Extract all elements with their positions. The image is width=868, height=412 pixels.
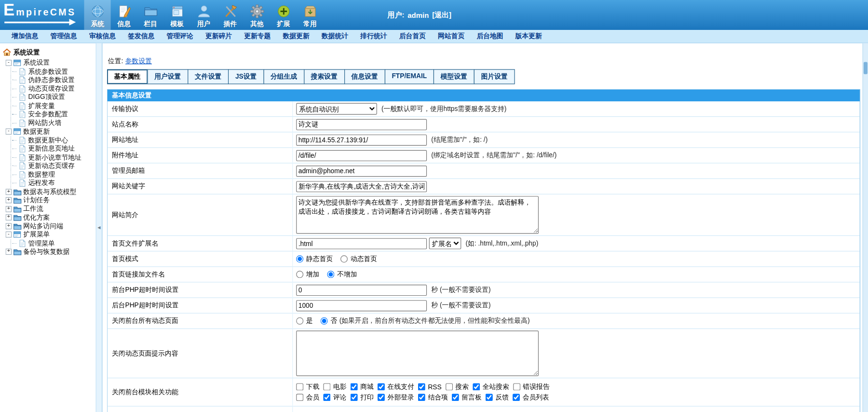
tree-leaf[interactable]: 更新信息页地址: [12, 145, 95, 153]
subnav-admin-map[interactable]: 后台地图: [471, 31, 509, 41]
tree-leaf[interactable]: 动态页缓存设置: [12, 84, 95, 93]
tree-node-tables-models[interactable]: +数据表与系统模型: [5, 188, 95, 196]
back-php-timeout-input[interactable]: [296, 300, 427, 311]
radio-option[interactable]: 是: [296, 316, 312, 326]
close-dynamic-tip-textarea[interactable]: [296, 330, 539, 376]
close-modules-checkbox[interactable]: [351, 383, 358, 390]
top-menu-plugin[interactable]: 插件: [217, 0, 244, 30]
tree-leaf[interactable]: 系统参数设置: [12, 67, 95, 76]
close-modules-checkbox[interactable]: [418, 394, 425, 401]
checkbox-option[interactable]: 打印: [351, 393, 374, 402]
sidebar-splitter[interactable]: ◄: [96, 43, 103, 412]
expand-node-icon[interactable]: +: [5, 249, 12, 255]
tab-info-settings[interactable]: 信息设置: [344, 69, 385, 84]
collapse-node-icon[interactable]: -: [5, 129, 12, 135]
site-url-input[interactable]: [296, 134, 427, 145]
checkbox-option[interactable]: 结合项: [418, 393, 448, 402]
tree-leaf[interactable]: DIGG顶设置: [12, 93, 95, 102]
subnav-manage-comments[interactable]: 管理评论: [161, 31, 199, 41]
close-modules-checkbox[interactable]: [323, 394, 330, 401]
expand-node-icon[interactable]: +: [5, 206, 12, 212]
close-modules-checkbox[interactable]: [446, 383, 453, 390]
subnav-update-topics[interactable]: 更新专题: [238, 31, 277, 41]
tab-model-settings[interactable]: 模型设置: [434, 69, 475, 84]
expand-node-icon[interactable]: +: [5, 223, 12, 229]
checkbox-option[interactable]: 留言板: [452, 393, 482, 402]
close-modules-checkbox[interactable]: [513, 394, 520, 401]
logout-link[interactable]: [退出]: [432, 10, 451, 20]
tree-leaf[interactable]: 伪静态参数设置: [12, 76, 95, 84]
attachment-url-input[interactable]: [296, 150, 427, 161]
tab-ftp-email[interactable]: FTP/EMAIL: [385, 69, 434, 84]
close-modules-checkbox[interactable]: [323, 383, 330, 390]
subnav-sign-info[interactable]: 签发信息: [122, 31, 161, 41]
close-modules-checkbox[interactable]: [513, 383, 520, 390]
top-menu-system[interactable]: 系统: [84, 0, 110, 30]
top-menu-template[interactable]: 模板: [164, 0, 190, 30]
subnav-data-stats[interactable]: 数据统计: [315, 31, 354, 41]
index-ext-select[interactable]: 扩展名: [429, 237, 461, 249]
close-dynamic-pages-radio[interactable]: [321, 317, 328, 325]
expand-node-icon[interactable]: +: [5, 197, 12, 204]
checkbox-option[interactable]: 电影: [323, 382, 346, 392]
content-scrollbar[interactable]: [863, 43, 868, 412]
tree-leaf[interactable]: 更新动态页缓存: [12, 162, 95, 170]
radio-option[interactable]: 不增加: [327, 270, 357, 279]
collapse-node-icon[interactable]: -: [5, 232, 12, 238]
tree-leaf[interactable]: 安全参数配置: [12, 110, 95, 119]
tree-leaf[interactable]: 扩展变量: [12, 102, 95, 110]
top-menu-user[interactable]: 用户: [190, 0, 217, 30]
tree-leaf[interactable]: 网站防火墙: [12, 119, 95, 127]
collapse-arrow-icon[interactable]: ◄: [96, 225, 101, 230]
expand-node-icon[interactable]: +: [5, 189, 12, 195]
tree-node-multi-access[interactable]: +网站多访问端: [5, 222, 95, 231]
subnav-version-update[interactable]: 版本更新: [509, 31, 548, 41]
checkbox-option[interactable]: 在线支付: [378, 382, 414, 392]
radio-option[interactable]: 增加: [296, 270, 319, 279]
subnav-review-info[interactable]: 审核信息: [83, 31, 122, 41]
checkbox-option[interactable]: 下载: [296, 382, 319, 392]
checkbox-option[interactable]: 会员: [296, 393, 319, 402]
breadcrumb-link[interactable]: 参数设置: [125, 57, 152, 65]
tree-node-workflow[interactable]: +工作流: [5, 205, 95, 213]
checkbox-option[interactable]: 评论: [323, 393, 346, 402]
tab-group-build[interactable]: 分组生成: [263, 69, 304, 84]
close-modules-checkbox[interactable]: [378, 394, 385, 401]
tab-js-settings[interactable]: JS设置: [228, 69, 264, 84]
tab-file-settings[interactable]: 文件设置: [188, 69, 229, 84]
subnav-site-home[interactable]: 网站首页: [432, 31, 470, 41]
radio-option[interactable]: 否: [321, 316, 337, 326]
protocol-select[interactable]: 系统自动识别: [296, 103, 377, 115]
tab-user-settings[interactable]: 用户设置: [147, 69, 188, 84]
close-modules-checkbox[interactable]: [296, 383, 303, 390]
close-modules-checkbox[interactable]: [418, 383, 425, 390]
subnav-manage-info[interactable]: 管理信息: [44, 31, 83, 41]
tree-leaf[interactable]: 远程发布: [12, 179, 95, 188]
index-mode-radio[interactable]: [340, 255, 348, 262]
tree-leaf[interactable]: 数据整理: [12, 170, 95, 179]
top-menu-column[interactable]: 栏目: [137, 0, 164, 30]
tree-node-backup-restore[interactable]: +备份与恢复数据: [5, 247, 95, 256]
radio-option[interactable]: 静态首页: [296, 254, 333, 264]
close-modules-checkbox[interactable]: [473, 383, 480, 390]
close-modules-checkbox[interactable]: [378, 383, 385, 390]
subnav-ranking-stats[interactable]: 排行统计: [354, 31, 393, 41]
top-menu-common[interactable]: 常用: [297, 0, 323, 30]
tree-node-optimization[interactable]: +优化方案: [5, 213, 95, 222]
close-dynamic-pages-radio[interactable]: [296, 317, 303, 325]
close-modules-checkbox[interactable]: [351, 394, 358, 401]
expand-node-icon[interactable]: +: [5, 215, 12, 221]
radio-option[interactable]: 动态首页: [340, 254, 377, 264]
tab-image-settings[interactable]: 图片设置: [474, 69, 515, 84]
tab-basic[interactable]: 基本属性: [107, 69, 148, 84]
subnav-data-update[interactable]: 数据更新: [277, 31, 315, 41]
tree-node-extend-menu[interactable]: -扩展菜单: [5, 231, 95, 239]
tree-leaf[interactable]: 管理菜单: [12, 239, 95, 247]
close-modules-checkbox[interactable]: [296, 394, 303, 401]
checkbox-option[interactable]: 错误报告: [513, 382, 550, 392]
top-menu-info[interactable]: 信息: [111, 0, 137, 30]
checkbox-option[interactable]: 会员列表: [513, 393, 549, 402]
scrollbar-thumb[interactable]: [864, 62, 868, 74]
tree-node-system-settings[interactable]: -系统设置: [5, 59, 95, 68]
index-link-filename-radio[interactable]: [327, 271, 334, 278]
